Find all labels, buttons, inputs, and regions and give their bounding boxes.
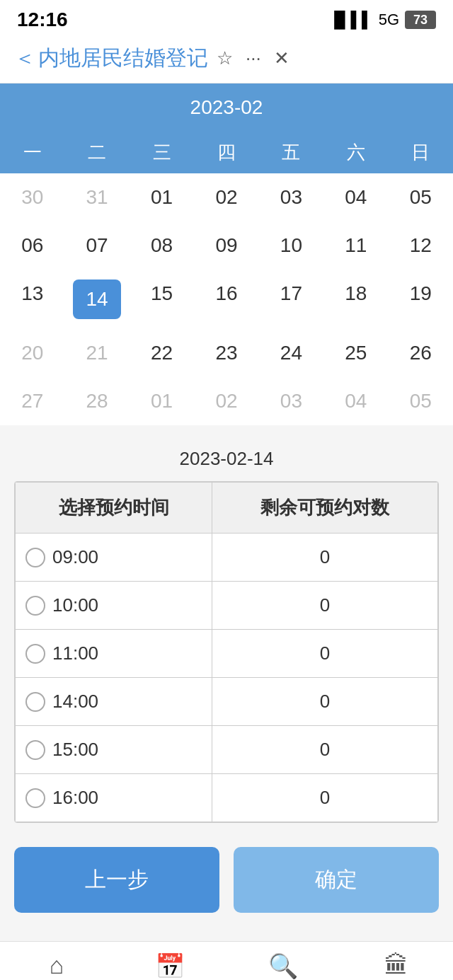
booking-table-wrapper: 选择预约时间 剩余可预约对数 09:00010:00011:00014:0001… xyxy=(14,481,439,823)
nav-bar: ＜ 内地居民结婚登记 ☆ ··· ✕ xyxy=(0,37,453,83)
calendar-cell[interactable]: 03 xyxy=(259,173,323,221)
calendar-cell[interactable]: 15 xyxy=(130,270,194,329)
calendar-cell[interactable]: 28 xyxy=(64,377,129,425)
battery-icon: 73 xyxy=(405,11,436,29)
time-slot-row[interactable]: 14:000 xyxy=(16,678,438,726)
time-slot-cell[interactable]: 16:00 xyxy=(16,774,212,822)
calendar-cell[interactable]: 05 xyxy=(389,173,453,221)
calendar-cell[interactable]: 10 xyxy=(259,221,323,270)
time-label: 11:00 xyxy=(52,642,98,664)
calendar-cell[interactable]: 16 xyxy=(194,270,258,329)
calendar-cell[interactable]: 23 xyxy=(194,329,258,377)
calendar-cell[interactable]: 08 xyxy=(130,221,194,270)
close-icon[interactable]: ✕ xyxy=(274,47,289,69)
nav-title: 内地居民结婚登记 xyxy=(38,44,208,73)
calendar-cell[interactable]: 13 xyxy=(0,270,64,329)
bottom-nav-icon-0: ⌂ xyxy=(50,952,64,979)
time-slot-cell[interactable]: 15:00 xyxy=(16,726,212,774)
network-type: 5G xyxy=(379,11,399,29)
time-label: 16:00 xyxy=(52,787,98,809)
time-slot-row[interactable]: 16:000 xyxy=(16,774,438,822)
remaining-count: 0 xyxy=(212,678,438,726)
radio-button[interactable] xyxy=(25,740,45,760)
calendar-cell[interactable]: 18 xyxy=(323,270,388,329)
calendar-cell[interactable]: 02 xyxy=(194,377,258,425)
back-chevron: ＜ xyxy=(14,44,35,73)
calendar-cell[interactable]: 20 xyxy=(0,329,64,377)
time-slot-row[interactable]: 15:000 xyxy=(16,726,438,774)
time-slot-cell[interactable]: 09:00 xyxy=(16,534,212,582)
time-slot-row[interactable]: 11:000 xyxy=(16,630,438,678)
weekday-label: 日 xyxy=(389,132,453,173)
back-step-button[interactable]: 上一步 xyxy=(14,847,219,913)
radio-button[interactable] xyxy=(25,644,45,664)
calendar-cell[interactable]: 12 xyxy=(389,221,453,270)
calendar-cell[interactable]: 04 xyxy=(323,377,388,425)
main-content: 2023-02 一二三四五六日 303101020304050607080910… xyxy=(0,83,453,941)
bottom-nav: ⌂ 首页 📅 预约登记 🔍 查询/取消预约 🏛 登记机关信息 xyxy=(0,941,453,980)
weekday-label: 四 xyxy=(194,132,258,173)
calendar-cell[interactable]: 05 xyxy=(389,377,453,425)
col2-header: 剩余可预约对数 xyxy=(212,483,438,534)
calendar-weekdays: 一二三四五六日 xyxy=(0,132,453,173)
weekday-label: 三 xyxy=(130,132,194,173)
bookmark-icon[interactable]: ☆ xyxy=(217,47,233,69)
weekday-label: 六 xyxy=(323,132,388,173)
calendar-cell[interactable]: 09 xyxy=(194,221,258,270)
calendar-cell-selected[interactable]: 14 xyxy=(73,279,121,319)
calendar-cell[interactable]: 04 xyxy=(323,173,388,221)
time-label: 09:00 xyxy=(52,546,98,568)
calendar-cell[interactable]: 17 xyxy=(259,270,323,329)
calendar-cell[interactable]: 03 xyxy=(259,377,323,425)
calendar-cell[interactable]: 01 xyxy=(130,173,194,221)
remaining-count: 0 xyxy=(212,630,438,678)
bottom-nav-item-3[interactable]: 🏛 登记机关信息 xyxy=(340,952,453,980)
calendar-cell[interactable]: 30 xyxy=(0,173,64,221)
radio-button[interactable] xyxy=(25,548,45,567)
nav-actions: ☆ ··· ✕ xyxy=(217,47,289,69)
time-slot-cell[interactable]: 11:00 xyxy=(16,630,212,678)
back-button[interactable]: ＜ 内地居民结婚登记 xyxy=(14,44,208,73)
bottom-nav-icon-1: 📅 xyxy=(155,952,185,980)
time-label: 14:00 xyxy=(52,691,98,713)
weekday-label: 二 xyxy=(64,132,129,173)
time-slot-row[interactable]: 09:000 xyxy=(16,534,438,582)
remaining-count: 0 xyxy=(212,582,438,630)
time-slot-cell[interactable]: 10:00 xyxy=(16,582,212,630)
bottom-nav-item-2[interactable]: 🔍 查询/取消预约 xyxy=(226,952,340,980)
calendar-cell[interactable]: 11 xyxy=(323,221,388,270)
signal-icon: ▐▌▌▌ xyxy=(328,11,372,29)
calendar-cell[interactable]: 19 xyxy=(389,270,453,329)
calendar-cell[interactable]: 02 xyxy=(194,173,258,221)
calendar-cell[interactable]: 07 xyxy=(64,221,129,270)
confirm-button[interactable]: 确定 xyxy=(234,847,439,913)
calendar-cell[interactable]: 24 xyxy=(259,329,323,377)
selected-date-label: 2023-02-14 xyxy=(0,437,453,481)
status-right: ▐▌▌▌ 5G 73 xyxy=(328,11,436,29)
calendar-cell[interactable]: 01 xyxy=(130,377,194,425)
calendar-cell[interactable]: 06 xyxy=(0,221,64,270)
bottom-nav-item-1[interactable]: 📅 预约登记 xyxy=(113,952,226,980)
time-slot-row[interactable]: 10:000 xyxy=(16,582,438,630)
booking-table: 选择预约时间 剩余可预约对数 09:00010:00011:00014:0001… xyxy=(15,482,438,822)
bottom-nav-item-0[interactable]: ⌂ 首页 xyxy=(0,952,113,980)
calendar-cell[interactable]: 27 xyxy=(0,377,64,425)
time-slot-cell[interactable]: 14:00 xyxy=(16,678,212,726)
more-icon[interactable]: ··· xyxy=(246,47,261,69)
radio-button[interactable] xyxy=(25,692,45,712)
bottom-nav-icon-3: 🏛 xyxy=(384,952,408,979)
remaining-count: 0 xyxy=(212,774,438,822)
calendar-cell[interactable]: 25 xyxy=(323,329,388,377)
calendar-cell[interactable]: 21 xyxy=(64,329,129,377)
calendar-cell[interactable]: 22 xyxy=(130,329,194,377)
remaining-count: 0 xyxy=(212,726,438,774)
col1-header: 选择预约时间 xyxy=(16,483,212,534)
calendar-cell[interactable]: 26 xyxy=(389,329,453,377)
calendar-cell[interactable]: 31 xyxy=(64,173,129,221)
calendar-month-header: 2023-02 xyxy=(0,83,453,132)
radio-button[interactable] xyxy=(25,788,45,808)
calendar: 2023-02 一二三四五六日 303101020304050607080910… xyxy=(0,83,453,425)
radio-button[interactable] xyxy=(25,596,45,616)
button-row: 上一步 确定 xyxy=(0,840,453,927)
remaining-count: 0 xyxy=(212,534,438,582)
